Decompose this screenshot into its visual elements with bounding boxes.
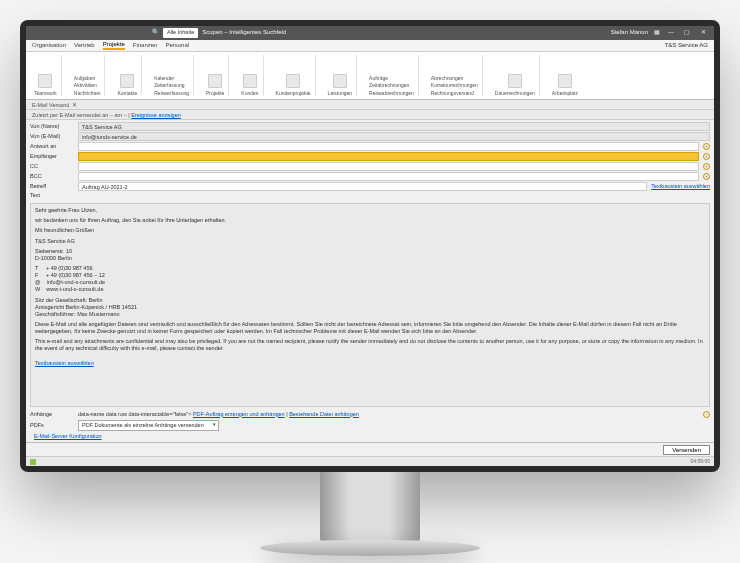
ribbon-group-kontakte[interactable]: Kontakte bbox=[113, 55, 142, 96]
ribbon-label: Projekte bbox=[206, 90, 224, 97]
arbeitsplatz-icon bbox=[558, 74, 572, 88]
tab-vertrieb[interactable]: Vertrieb bbox=[74, 42, 95, 50]
minimize-button[interactable]: — bbox=[666, 29, 676, 37]
attach-existing-file-link[interactable]: Bestehende Datei anhängen bbox=[289, 411, 359, 417]
ribbon-group-aufgaben[interactable]: Aufgaben Aktivitäten Nachrichten bbox=[70, 55, 106, 96]
ribbon-label: Leistungen bbox=[328, 90, 352, 97]
ribbon-group-leistungen[interactable]: Leistungen bbox=[324, 55, 357, 96]
from-name-field[interactable]: T&S Service AG bbox=[78, 122, 710, 131]
ribbon-group-abrechnungen[interactable]: Abrechnungen Korrekturrechnungen Rechnun… bbox=[427, 55, 483, 96]
ribbon-label: Arbeitsplatz bbox=[552, 90, 578, 97]
textbaustein-link-top[interactable]: Textbaustein auswählen bbox=[651, 183, 710, 190]
label-to: Empfänger bbox=[30, 153, 74, 160]
ribbon-group-kundenprojekte[interactable]: Kundenprojekte bbox=[272, 55, 316, 96]
sig-fax: F + 49 (0)30 987 456 – 12 bbox=[35, 272, 705, 279]
ribbon-item[interactable]: Nachrichten bbox=[74, 90, 101, 97]
ribbon-group-kunden[interactable]: Kunden bbox=[237, 55, 263, 96]
tab-projekte[interactable]: Projekte bbox=[103, 41, 125, 51]
disclaimer-de: Diese E-Mail und alle angefügten Dateien… bbox=[35, 321, 705, 335]
app-title: Scopen – Intelligentes Suchfeld bbox=[202, 29, 286, 37]
search-scope-icon[interactable]: 🔍 bbox=[152, 29, 159, 37]
label-bcc: BCC bbox=[30, 173, 74, 180]
monitor-stand bbox=[320, 472, 420, 542]
kundenprojekte-icon bbox=[286, 74, 300, 88]
ribbon-group-projekte[interactable]: Projekte bbox=[202, 55, 229, 96]
company-label: T&S Service AG bbox=[665, 42, 708, 50]
to-field[interactable] bbox=[78, 152, 699, 161]
context-info: Zuletzt per E-Mail versendet an – am – |… bbox=[26, 110, 714, 120]
add-bcc-icon[interactable]: + bbox=[703, 173, 710, 180]
ribbon-group-arbeitsplatz[interactable]: Arbeitsplatz bbox=[548, 55, 582, 96]
ribbon-label: Kundenprojekte bbox=[276, 90, 311, 97]
mail-body[interactable]: Sehr geehrte Frau Utzen, wir bedanken un… bbox=[30, 203, 710, 406]
tab-label[interactable]: E-Mail Versand bbox=[32, 102, 69, 108]
ribbon-item[interactable]: Zeitabrechnungen bbox=[369, 82, 409, 89]
titlebar: 🔍 Alle Inhalte Scopen – Intelligentes Su… bbox=[26, 26, 714, 40]
tab-personal[interactable]: Personal bbox=[165, 42, 189, 50]
mailserver-config-link[interactable]: E-Mail-Server Konfiguration bbox=[30, 433, 102, 439]
tab-finanzen[interactable]: Finanzen bbox=[133, 42, 158, 50]
cc-field[interactable] bbox=[78, 162, 699, 171]
status-indicator-icon bbox=[30, 459, 36, 465]
bcc-field[interactable] bbox=[78, 172, 699, 181]
attach-generate-pdf-link[interactable]: PDF-Auftrag erzeugen und anhängen bbox=[193, 411, 285, 417]
attach-clear-icon[interactable]: – bbox=[703, 411, 710, 418]
events-link[interactable]: Ereignisse anzeigen bbox=[131, 112, 181, 118]
projekte-icon bbox=[208, 74, 222, 88]
ribbon-group-auftraege[interactable]: Aufträge Zeitabrechnungen Reiseabrechnun… bbox=[365, 55, 419, 96]
sig-legal1: Sitz der Gesellschaft: Berlin bbox=[35, 297, 705, 304]
ribbon-item[interactable]: Reiseabrechnungen bbox=[369, 90, 414, 97]
ribbon-label: Dauerrechnungen bbox=[495, 90, 535, 97]
add-replyto-icon[interactable]: + bbox=[703, 143, 710, 150]
maximize-button[interactable]: ▢ bbox=[682, 29, 692, 37]
grid-icon[interactable]: ▦ bbox=[654, 29, 660, 37]
sig-web: W www.t-und-s-consult.de bbox=[35, 286, 705, 293]
ribbon-item[interactable]: Aktivitäten bbox=[74, 82, 97, 89]
monitor-bezel: 🔍 Alle Inhalte Scopen – Intelligentes Su… bbox=[20, 20, 720, 472]
monitor: 🔍 Alle Inhalte Scopen – Intelligentes Su… bbox=[20, 20, 720, 556]
label-cc: CC bbox=[30, 163, 74, 170]
reply-to-field[interactable] bbox=[78, 142, 699, 151]
label-pdfs: PDFs bbox=[30, 422, 74, 429]
close-button[interactable]: ✕ bbox=[698, 29, 708, 37]
label-text: Text bbox=[30, 192, 74, 199]
ribbon-item[interactable]: Abrechnungen bbox=[431, 75, 464, 82]
subject-field[interactable]: Auftrag AU-2021-2 bbox=[78, 182, 647, 191]
ribbon-group-kalender[interactable]: Kalender Zeiterfassung Reiseerfassung bbox=[150, 55, 194, 96]
sig-mail: @ info@t-und-s-consult.de bbox=[35, 279, 705, 286]
ribbon-item[interactable]: Kalender bbox=[154, 75, 174, 82]
sig-city: D-10000 Berlin bbox=[35, 255, 705, 262]
label-from-name: Von (Name) bbox=[30, 123, 74, 130]
ribbon-group-teamwork[interactable]: Teamwork bbox=[30, 55, 62, 96]
ribbon-group-dauerrechnungen[interactable]: Dauerrechnungen bbox=[491, 55, 540, 96]
disclaimer-en: This e-mail and any attachments are conf… bbox=[35, 338, 705, 352]
sig-street: Siebenerstr. 10 bbox=[35, 248, 705, 255]
body-greeting: Sehr geehrte Frau Utzen, bbox=[35, 207, 705, 214]
tab-organisation[interactable]: Organisation bbox=[32, 42, 66, 50]
leistungen-icon bbox=[333, 74, 347, 88]
ribbon: Teamwork Aufgaben Aktivitäten Nachrichte… bbox=[26, 52, 714, 100]
pdf-mode-dropdown[interactable]: PDF Dokumente als einzelne Anhänge verse… bbox=[78, 420, 219, 431]
body-signoff: Mit freundlichen Grüßen bbox=[35, 227, 705, 234]
textbaustein-link-bottom[interactable]: Textbaustein auswählen bbox=[35, 360, 94, 367]
ribbon-item[interactable]: Aufgaben bbox=[74, 75, 95, 82]
user-name[interactable]: Stefan Manon bbox=[611, 29, 648, 37]
from-mail-field[interactable]: info@tunds-service.de bbox=[78, 132, 710, 141]
ribbon-item[interactable]: Korrekturrechnungen bbox=[431, 82, 478, 89]
monitor-base bbox=[260, 540, 480, 556]
search-scope[interactable]: Alle Inhalte bbox=[163, 28, 198, 37]
ribbon-item[interactable]: Zeiterfassung bbox=[154, 82, 184, 89]
add-to-icon[interactable]: + bbox=[703, 153, 710, 160]
sig-legal3: Geschäftsführer: Max Mustermann bbox=[35, 311, 705, 318]
status-bar: 04:59:00 bbox=[26, 456, 714, 466]
teamwork-icon bbox=[38, 74, 52, 88]
add-cc-icon[interactable]: + bbox=[703, 163, 710, 170]
kunden-icon bbox=[243, 74, 257, 88]
ribbon-tabs: Organisation Vertrieb Projekte Finanzen … bbox=[26, 40, 714, 52]
ribbon-label: Kontakte bbox=[117, 90, 137, 97]
send-button[interactable]: Versenden bbox=[663, 445, 710, 455]
ribbon-item[interactable]: Rechnungsversand bbox=[431, 90, 474, 97]
ribbon-item[interactable]: Aufträge bbox=[369, 75, 388, 82]
ribbon-label: Kunden bbox=[241, 90, 258, 97]
ribbon-item[interactable]: Reiseerfassung bbox=[154, 90, 189, 97]
